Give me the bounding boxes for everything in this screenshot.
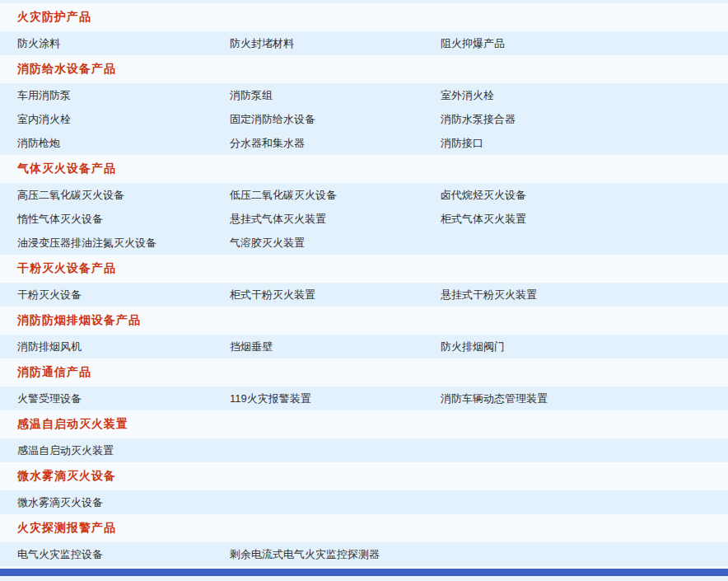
category-title[interactable]: 消防通信产品 — [17, 365, 91, 380]
product-link[interactable]: 悬挂式干粉灭火装置 — [441, 288, 728, 302]
product-link[interactable]: 悬挂式气体灭火装置 — [230, 212, 441, 227]
product-link[interactable]: 消防泵组 — [230, 88, 441, 103]
product-link[interactable]: 惰性气体灭火设备 — [17, 212, 230, 227]
product-link[interactable]: 柜式干粉灭火装置 — [230, 288, 441, 302]
item-row: 油浸变压器排油注氮灭火设备气溶胶灭火装置 — [0, 231, 728, 255]
product-link[interactable]: 微水雾滴灭火设备 — [17, 495, 230, 510]
section-header-row: 消防通信产品 — [0, 358, 728, 387]
product-link[interactable]: 低压二氧化碳灭火设备 — [230, 188, 441, 203]
item-row: 感温自启动灭火装置 — [0, 438, 728, 462]
category-title[interactable]: 气体灭火设备产品 — [17, 162, 116, 176]
item-row: 电气火灾监控设备剩余电流式电气火灾监控探测器 — [0, 542, 728, 566]
product-link[interactable]: 火警受理设备 — [17, 391, 230, 406]
product-link[interactable]: 高压二氧化碳灭火设备 — [17, 188, 230, 203]
product-link[interactable]: 感温自启动灭火装置 — [17, 443, 230, 458]
product-link[interactable]: 气溶胶灭火装置 — [230, 236, 441, 251]
item-row: 防火涂料防火封堵材料阻火抑爆产品 — [0, 31, 728, 55]
product-link[interactable]: 挡烟垂壁 — [230, 340, 441, 354]
section-header-row: 消防防烟排烟设备产品 — [0, 307, 728, 335]
product-category-list: 火灾防护产品防火涂料防火封堵材料阻火抑爆产品消防给水设备产品车用消防泵消防泵组室… — [0, 3, 728, 566]
category-title[interactable]: 火灾防护产品 — [17, 10, 91, 25]
product-link[interactable]: 室外消火栓 — [441, 88, 728, 103]
product-link[interactable]: 柜式气体灭火装置 — [441, 212, 728, 227]
section-header-row: 火灾探测报警产品 — [0, 514, 728, 542]
section-header-row: 感温自启动灭火装置 — [0, 410, 728, 438]
item-row: 消防枪炮分水器和集水器消防接口 — [0, 131, 728, 155]
product-link[interactable]: 消防水泵接合器 — [441, 112, 728, 127]
category-title[interactable]: 消防给水设备产品 — [17, 62, 116, 77]
section-header-row: 微水雾滴灭火设备 — [0, 462, 728, 490]
product-link[interactable]: 消防接口 — [441, 136, 728, 151]
item-row: 干粉灭火设备柜式干粉灭火装置悬挂式干粉灭火装置 — [0, 283, 728, 307]
item-row: 高压二氧化碳灭火设备低压二氧化碳灭火设备卤代烷烃灭火设备 — [0, 183, 728, 207]
product-link[interactable]: 室内消火栓 — [17, 112, 230, 127]
product-link[interactable]: 防火排烟阀门 — [441, 340, 728, 354]
product-link[interactable]: 分水器和集水器 — [230, 136, 441, 151]
product-link[interactable]: 消防排烟风机 — [17, 340, 230, 354]
item-row: 火警受理设备119火灾报警装置消防车辆动态管理装置 — [0, 387, 728, 410]
product-link[interactable]: 油浸变压器排油注氮灭火设备 — [17, 236, 230, 251]
product-link[interactable]: 车用消防泵 — [17, 88, 230, 103]
product-link[interactable]: 电气火灾监控设备 — [17, 547, 230, 562]
bottom-bar — [0, 569, 728, 576]
item-row: 车用消防泵消防泵组室外消火栓 — [0, 83, 728, 107]
product-link[interactable]: 固定消防给水设备 — [230, 112, 441, 127]
product-link[interactable]: 剩余电流式电气火灾监控探测器 — [230, 547, 441, 562]
category-title[interactable]: 火灾探测报警产品 — [17, 521, 116, 536]
product-link[interactable]: 消防枪炮 — [17, 136, 230, 151]
item-row: 消防排烟风机挡烟垂壁防火排烟阀门 — [0, 335, 728, 358]
item-row: 微水雾滴灭火设备 — [0, 490, 728, 514]
category-title[interactable]: 消防防烟排烟设备产品 — [17, 313, 141, 328]
product-link[interactable]: 消防车辆动态管理装置 — [441, 391, 728, 406]
product-link[interactable]: 阻火抑爆产品 — [441, 36, 728, 51]
section-header-row: 干粉灭火设备产品 — [0, 255, 728, 283]
section-header-row: 消防给水设备产品 — [0, 55, 728, 83]
product-link[interactable]: 卤代烷烃灭火设备 — [441, 188, 728, 203]
item-row: 室内消火栓固定消防给水设备消防水泵接合器 — [0, 107, 728, 131]
section-header-row: 火灾防护产品 — [0, 3, 728, 31]
category-title[interactable]: 干粉灭火设备产品 — [17, 261, 116, 276]
item-row: 惰性气体灭火设备悬挂式气体灭火装置柜式气体灭火装置 — [0, 207, 728, 231]
product-link[interactable]: 干粉灭火设备 — [17, 288, 230, 302]
category-title[interactable]: 感温自启动灭火装置 — [17, 417, 128, 432]
product-link[interactable]: 防火涂料 — [17, 36, 230, 51]
section-header-row: 气体灭火设备产品 — [0, 155, 728, 183]
product-link[interactable]: 防火封堵材料 — [230, 36, 441, 51]
category-title[interactable]: 微水雾滴灭火设备 — [17, 469, 116, 484]
product-link[interactable]: 119火灾报警装置 — [230, 391, 441, 406]
